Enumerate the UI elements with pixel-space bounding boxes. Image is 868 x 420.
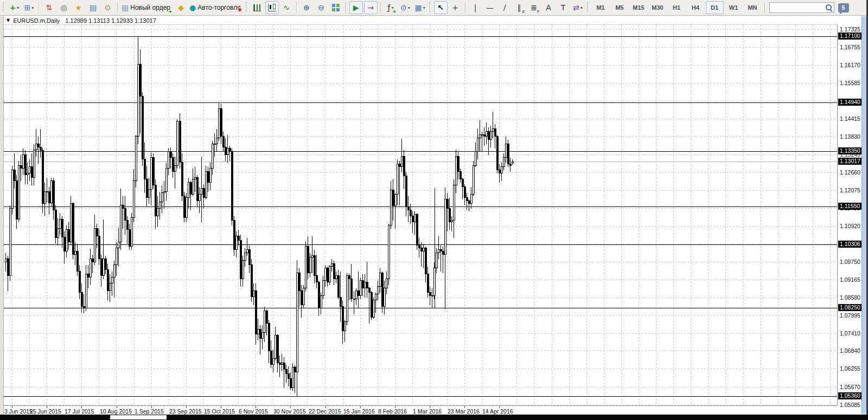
candlestick-chart-button[interactable] — [265, 1, 279, 14]
profiles-button[interactable]: ⊞▾ — [22, 1, 36, 14]
candle — [331, 259, 333, 272]
candle — [7, 256, 9, 291]
data-window-button[interactable]: ◎ — [57, 1, 71, 14]
vertical-line-button[interactable]: | — [469, 1, 482, 14]
candle — [507, 140, 509, 167]
periods-button[interactable]: ⊙▾ — [399, 1, 412, 14]
new-chart-button[interactable]: +▾ — [8, 1, 21, 14]
timeframe-h1-button[interactable]: H1 — [668, 1, 686, 14]
candle — [251, 259, 252, 302]
candle — [146, 166, 148, 207]
crosshair-button[interactable]: + — [449, 1, 462, 14]
symbol-search-input[interactable] — [769, 2, 834, 13]
timeframe-m15-button[interactable]: M15 — [630, 1, 648, 14]
autotrading-button[interactable]: ●Авто-торговля — [189, 1, 243, 14]
candle — [179, 113, 181, 169]
timeframe-m30-button[interactable]: M30 — [649, 1, 667, 14]
candle — [248, 245, 250, 273]
candle — [257, 319, 259, 340]
fibonacci-button-sub-glyph: F — [537, 10, 539, 14]
horizontal-scrollbar-thumb[interactable] — [110, 415, 167, 419]
timeframe-w1-button[interactable]: W1 — [725, 1, 743, 14]
price-tick-label: 1.17325 — [840, 26, 860, 33]
candle — [501, 163, 502, 181]
timeframe-d1-button[interactable]: D1 — [706, 1, 724, 14]
hline-price-label: 1.05360 — [838, 392, 861, 399]
candle — [66, 225, 67, 257]
equidistant-channel-button[interactable]: ∥E — [513, 1, 526, 14]
candle — [11, 166, 13, 215]
candle — [218, 103, 220, 141]
candle — [381, 272, 383, 313]
status-dot-icon — [238, 8, 242, 12]
date-axis[interactable]: 3 Jun 201525 Jun 201517 Jul 201510 Aug 2… — [4, 405, 837, 415]
zoom-out-button[interactable]: ⊖ — [315, 1, 328, 14]
horizontal-line-objects[interactable] — [4, 37, 837, 397]
price-tick-label: 1.15585 — [840, 80, 860, 86]
new-order-button[interactable]: ▤+Новый ордер — [121, 1, 173, 14]
chart-plot-area[interactable] — [4, 25, 838, 405]
profiles-button-icon: ⊞ — [24, 4, 31, 11]
candle — [100, 255, 102, 287]
timeframe-m5-button[interactable]: M5 — [611, 1, 629, 14]
navigator-button[interactable]: ★ — [72, 1, 85, 14]
candle — [42, 147, 43, 213]
cursor-button[interactable]: ↖ — [434, 1, 448, 14]
horizontal-line-button[interactable]: — — [483, 1, 497, 14]
main-toolbar: +▾⊞▾⇅◎★▤⊙▤+Новый ордер◆●Авто-торговля∿⊕⊖… — [0, 0, 868, 16]
tile-windows-button[interactable] — [329, 1, 343, 14]
timeframe-m1-button[interactable]: M1 — [592, 1, 610, 14]
price-tick-label: 1.05085 — [840, 402, 860, 408]
chart-title-bar: ▼ EURUSD.m,Daily 1.12989 1.13113 1.12933… — [4, 16, 838, 25]
templates-button[interactable]: ▦▾ — [413, 1, 427, 14]
candle — [294, 365, 296, 393]
candle — [22, 148, 24, 175]
notifications-badge[interactable]: 5 — [838, 3, 849, 12]
plus-overlay-icon: + — [169, 9, 172, 14]
price-tick-label: 1.12660 — [840, 169, 860, 176]
candle — [358, 272, 359, 308]
new-order-button-label: Новый ордер — [130, 4, 170, 11]
text-button[interactable]: A — [542, 1, 556, 14]
candle — [253, 283, 254, 305]
candle — [348, 273, 350, 300]
candle — [85, 265, 87, 311]
zoom-in-button[interactable]: ⊕ — [300, 1, 314, 14]
date-tick-label: 6 Nov 2015 — [239, 408, 268, 415]
candle — [59, 213, 61, 235]
chart-collapse-icon[interactable]: ▼ — [7, 18, 10, 23]
bar-chart-button[interactable] — [251, 1, 264, 14]
candle — [181, 153, 183, 201]
candle — [449, 198, 450, 230]
horizontal-scrollbar[interactable] — [0, 415, 868, 420]
autoscroll-button[interactable]: ▶ — [349, 1, 363, 14]
timeframe-mn-button[interactable]: MN — [744, 1, 762, 14]
market-watch-button[interactable]: ⇅ — [42, 1, 56, 14]
fibonacci-button[interactable]: ≣F — [527, 1, 541, 14]
new-order-button-icon: ▤ — [122, 4, 129, 11]
terminal-button[interactable]: ▤ — [86, 1, 100, 14]
trendline-button[interactable]: ∕ — [498, 1, 512, 14]
strategy-tester-button[interactable]: ⊙ — [101, 1, 114, 14]
price-axis[interactable]: 1.173251.167551.161701.155851.150001.144… — [838, 16, 861, 414]
candle — [307, 236, 309, 279]
line-chart-button[interactable]: ∿ — [280, 1, 293, 14]
indicators-button[interactable]: ƒ+▾ — [384, 1, 398, 14]
line-chart-button-icon: ∿ — [283, 4, 290, 11]
price-tick-label: 1.16170 — [840, 62, 860, 68]
chevron-down-icon: ▾ — [31, 5, 34, 10]
candle — [194, 167, 196, 192]
candle — [48, 187, 50, 215]
arrows-button[interactable]: ⇄▾ — [571, 1, 585, 14]
candle — [70, 196, 72, 245]
metaeditor-button-icon: ◆ — [178, 4, 184, 11]
candle — [261, 325, 263, 350]
timeframe-h4-button[interactable]: H4 — [687, 1, 705, 14]
horizontal-line-button-icon: — — [486, 4, 494, 11]
text-label-button[interactable]: T — [557, 1, 570, 14]
metaeditor-button[interactable]: ◆ — [174, 1, 188, 14]
zoom-out-button-icon: ⊖ — [318, 4, 324, 11]
candle — [183, 192, 185, 222]
templates-button-icon: ▦ — [414, 4, 422, 11]
chart-shift-button[interactable]: → — [364, 1, 378, 14]
